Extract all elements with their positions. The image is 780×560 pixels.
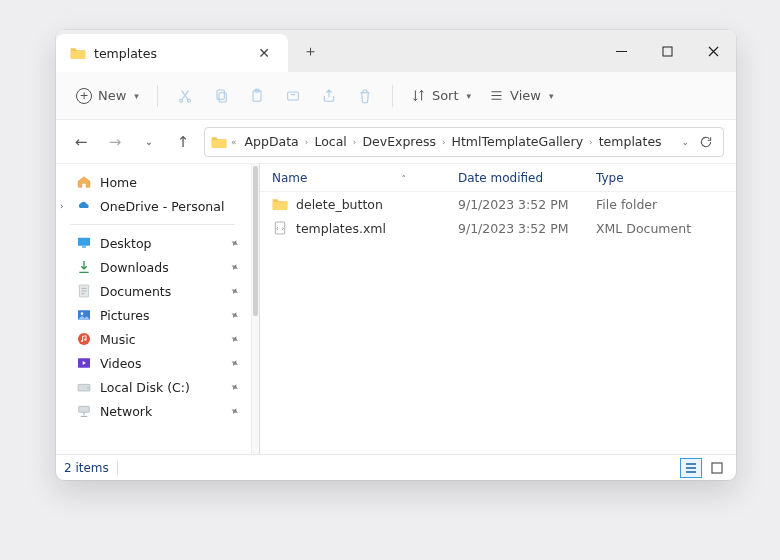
file-date: 9/1/2023 3:52 PM	[458, 197, 596, 212]
sidebar-item[interactable]: Desktop✦	[56, 231, 249, 255]
body: Home›OneDrive - Personal Desktop✦Downloa…	[56, 164, 736, 454]
xml-icon	[272, 220, 288, 236]
pin-icon: ✦	[227, 283, 241, 299]
svg-point-15	[84, 339, 86, 341]
sidebar-item[interactable]: Downloads✦	[56, 255, 249, 279]
location-bar[interactable]: « AppData›Local›DevExpress›HtmlTemplateG…	[204, 127, 724, 157]
toolbar-divider	[392, 85, 393, 107]
breadcrumb-segment[interactable]: AppData	[241, 132, 303, 151]
sidebar-item-label: Home	[100, 175, 137, 190]
sidebar-item-label: Desktop	[100, 236, 152, 251]
window-close-button[interactable]	[690, 30, 736, 72]
folder-icon	[211, 135, 227, 149]
sidebar-item-label: Music	[100, 332, 136, 347]
breadcrumb-segment[interactable]: DevExpress	[358, 132, 440, 151]
breadcrumb-segment[interactable]: HtmlTemplateGallery	[448, 132, 588, 151]
chevron-right-icon: ›	[305, 137, 309, 147]
chevron-right-icon: ›	[442, 137, 446, 147]
pin-icon: ✦	[227, 259, 241, 275]
pin-icon: ✦	[227, 355, 241, 371]
file-type: XML Document	[596, 221, 736, 236]
svg-rect-7	[288, 92, 299, 100]
plus-circle-icon: +	[76, 88, 92, 104]
downloads-icon	[76, 259, 92, 275]
paste-button[interactable]	[240, 80, 274, 112]
column-date[interactable]: Date modified	[458, 171, 596, 185]
music-icon	[76, 331, 92, 347]
sidebar-item[interactable]: Documents✦	[56, 279, 249, 303]
new-tab-button[interactable]: ＋	[288, 30, 332, 72]
file-name: templates.xml	[296, 221, 386, 236]
column-type[interactable]: Type	[596, 171, 736, 185]
title-bar: templates ✕ ＋	[56, 30, 736, 72]
share-button[interactable]	[312, 80, 346, 112]
new-button[interactable]: + New ▾	[68, 80, 147, 112]
sort-icon	[411, 88, 426, 103]
column-name[interactable]: Name˄	[272, 171, 458, 185]
status-bar: 2 items	[56, 454, 736, 480]
copy-button[interactable]	[204, 80, 238, 112]
sidebar-item[interactable]: ›OneDrive - Personal	[56, 194, 249, 218]
window-maximize-button[interactable]	[644, 30, 690, 72]
sidebar-item-label: Pictures	[100, 308, 150, 323]
window-minimize-button[interactable]	[598, 30, 644, 72]
breadcrumb-segment[interactable]: templates	[595, 132, 666, 151]
sidebar-item[interactable]: Home	[56, 170, 249, 194]
tab-close-icon[interactable]: ✕	[250, 45, 278, 61]
thumbnails-view-button[interactable]	[706, 458, 728, 478]
refresh-icon[interactable]	[699, 135, 713, 149]
delete-button[interactable]	[348, 80, 382, 112]
column-headers: Name˄ Date modified Type	[252, 164, 736, 192]
explorer-window: templates ✕ ＋ + New ▾ Sort ▾ View	[56, 30, 736, 480]
chevron-right-icon: ›	[589, 137, 593, 147]
svg-rect-4	[219, 92, 226, 101]
home-icon	[76, 174, 92, 190]
sidebar-item-label: Documents	[100, 284, 171, 299]
view-button[interactable]: View ▾	[481, 80, 561, 112]
svg-rect-19	[79, 406, 90, 412]
svg-rect-0	[663, 47, 672, 56]
nav-forward-button[interactable]: →	[102, 133, 128, 151]
network-icon	[76, 403, 92, 419]
sidebar-item[interactable]: Network✦	[56, 399, 249, 423]
svg-rect-21	[712, 463, 722, 473]
scroll-thumb[interactable]	[253, 166, 258, 316]
sort-button[interactable]: Sort ▾	[403, 80, 479, 112]
pin-icon: ✦	[227, 307, 241, 323]
sidebar-item[interactable]: Music✦	[56, 327, 249, 351]
sidebar-item-label: Downloads	[100, 260, 169, 275]
breadcrumb: AppData›Local›DevExpress›HtmlTemplateGal…	[241, 132, 666, 151]
cut-button[interactable]	[168, 80, 202, 112]
nav-up-button[interactable]: ↑	[170, 133, 196, 151]
sidebar-item-label: Network	[100, 404, 152, 419]
tab-active[interactable]: templates ✕	[56, 34, 288, 72]
content-pane: Name˄ Date modified Type delete_button9/…	[252, 164, 736, 454]
pin-icon: ✦	[227, 235, 241, 251]
documents-icon	[76, 283, 92, 299]
rename-button[interactable]	[276, 80, 310, 112]
svg-rect-9	[82, 246, 86, 247]
chevron-down-icon: ▾	[134, 91, 139, 101]
sidebar-item[interactable]: Pictures✦	[56, 303, 249, 327]
toolbar: + New ▾ Sort ▾ View ▾	[56, 72, 736, 120]
pin-icon: ✦	[227, 331, 241, 347]
chevron-right-icon: ›	[353, 137, 357, 147]
sidebar-item[interactable]: Local Disk (C:)✦	[56, 375, 249, 399]
file-row[interactable]: delete_button9/1/2023 3:52 PMFile folder	[272, 192, 736, 216]
sidebar-item[interactable]: Videos✦	[56, 351, 249, 375]
sidebar-item-label: OneDrive - Personal	[100, 199, 224, 214]
chevron-down-icon[interactable]: ⌄	[681, 137, 689, 147]
tab-title: templates	[94, 46, 242, 61]
file-row[interactable]: templates.xml9/1/2023 3:52 PMXML Documen…	[272, 216, 736, 240]
chevron-down-icon: ▾	[549, 91, 554, 101]
breadcrumb-segment[interactable]: Local	[310, 132, 350, 151]
svg-point-2	[187, 99, 190, 102]
nav-history-button[interactable]: ⌄	[136, 136, 162, 147]
folder-icon	[70, 46, 86, 60]
sidebar: Home›OneDrive - Personal Desktop✦Downloa…	[56, 164, 252, 454]
details-view-button[interactable]	[680, 458, 702, 478]
nav-back-button[interactable]: ←	[68, 133, 94, 151]
folder-icon	[272, 196, 288, 212]
svg-point-18	[87, 387, 88, 388]
pin-icon: ✦	[227, 379, 241, 395]
